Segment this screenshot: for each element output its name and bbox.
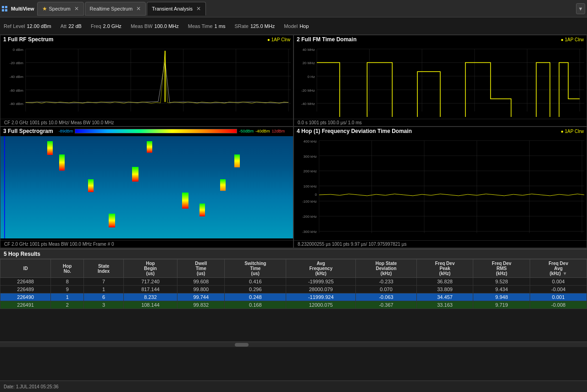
info-bar: Ref Level 12.00 dBm Att 22 dB Freq 2.0 G…	[0, 17, 587, 35]
svg-text:-60 dBm: -60 dBm	[10, 88, 23, 93]
tab-dropdown-button[interactable]: ▼	[576, 3, 585, 14]
table-row[interactable]: 226490168.23299.7440.248-11999.924-0.063…	[0, 293, 587, 301]
table-row[interactable]: 22648887717.24099.6080.416-19999.925-0.2…	[0, 278, 587, 286]
freq-item: Freq 2.0 GHz	[91, 23, 122, 29]
col-switching-time[interactable]: SwitchingTime(us)	[225, 259, 286, 278]
svg-text:-200 kHz: -200 kHz	[302, 215, 317, 219]
spectrogram-chart[interactable]	[0, 136, 293, 238]
freq-label: Freq	[91, 23, 101, 29]
srate-item: SRate 125.0 MHz	[234, 23, 275, 29]
panel-rf-spectrum-title: 1 Full RF Spectrum	[3, 36, 53, 43]
rf-spectrum-chart[interactable]: 0 dBm -20 dBm -40 dBm -60 dBm -80 dBm	[0, 44, 293, 117]
hop-burst	[59, 155, 65, 171]
results-table-wrapper[interactable]: ID HopNo. StateIndex HopBegin(us) DwellT…	[0, 259, 587, 342]
hop-burst	[47, 141, 53, 155]
svg-text:-300 kHz: -300 kHz	[302, 230, 317, 234]
main-grid: 1 Full RF Spectrum ● 1AP Clrw 0 dBm	[0, 35, 587, 248]
brand-label: MultiView	[11, 6, 34, 11]
time-marker	[4, 136, 5, 238]
tab-realtime-label: Realtime Spectrum	[90, 6, 133, 11]
meas-time-label: Meas Time	[188, 23, 213, 29]
svg-text:100 kHz: 100 kHz	[304, 185, 317, 189]
tab-spectrum[interactable]: ★ Spectrum ✕	[37, 2, 84, 16]
model-value: Hop	[299, 23, 309, 29]
table-row[interactable]: 22648991817.14499.8000.29628000.0790.070…	[0, 286, 587, 293]
panel-fm-time-footer-text: 0.0 s 1001 pts 100.0 µs/ 1.0 ms	[298, 120, 362, 125]
svg-text:300 kHz: 300 kHz	[304, 155, 317, 159]
model-label: Model	[284, 23, 298, 29]
hop-burst	[88, 179, 94, 192]
panel-spectrogram: 3 Full Spectrogram -89dBm -50dBm -40dBm …	[0, 127, 294, 248]
tab-bar: MultiView ★ Spectrum ✕ Realtime Spectrum…	[0, 0, 587, 17]
hop-burst	[147, 141, 152, 153]
meas-bw-item: Meas BW 100.0 MHz	[131, 23, 179, 29]
results-header: 5 Hop Results	[0, 249, 587, 259]
fm-time-chart[interactable]: 40 MHz 20 MHz 0 Hz -20 MHz -40 MHz	[294, 44, 587, 117]
meas-bw-label: Meas BW	[131, 23, 153, 29]
panel-fm-time-title: 2 Full FM Time Domain	[297, 36, 356, 43]
col-freq-dev-avg[interactable]: Freq DevAvg(kHz)▼	[530, 259, 587, 278]
tab-spectrum-label: Spectrum	[49, 6, 71, 11]
col-freq-dev-peak[interactable]: Freq DevPeak(kHz)	[416, 259, 473, 278]
panel-hop-freq-footer: 8.232000255 µs 1001 pts 9.97 µs/ 107.975…	[294, 240, 587, 248]
svg-text:400 kHz: 400 kHz	[304, 139, 317, 144]
brand: MultiView	[2, 6, 34, 11]
date-label: Date: 1.JUL.2014 05:25:36	[4, 384, 59, 389]
col-hop-state-dev[interactable]: Hop StateDeviation(kHz)	[356, 259, 416, 278]
col-hop-begin[interactable]: HopBegin(us)	[124, 259, 177, 278]
att-label: Att	[61, 23, 66, 29]
table-row[interactable]: 22649123108.14499.8320.16812000.075-0.36…	[0, 301, 587, 309]
horizontal-scrollbar[interactable]	[0, 342, 587, 347]
svg-text:-80 dBm: -80 dBm	[10, 102, 23, 106]
svg-text:-40 dBm: -40 dBm	[10, 75, 23, 79]
tab-transient[interactable]: Transient Analysis ✕	[147, 2, 206, 16]
hop-burst	[132, 167, 138, 182]
svg-text:0 dBm: 0 dBm	[13, 48, 23, 52]
star-icon: ★	[42, 6, 47, 12]
panel-fm-time-footer: 0.0 s 1001 pts 100.0 µs/ 1.0 ms	[294, 119, 587, 126]
hop-burst	[220, 179, 226, 191]
ref-level-item: Ref Level 12.00 dBm	[4, 23, 51, 29]
tab-realtime[interactable]: Realtime Spectrum ✕	[85, 2, 146, 16]
colorbar-min-label: -89dBm	[59, 129, 73, 133]
scrollbar-thumb[interactable]	[235, 343, 249, 347]
results-section: 5 Hop Results ID HopNo. StateIndex HopBe…	[0, 248, 587, 347]
svg-text:20 MHz: 20 MHz	[302, 61, 315, 65]
col-avg-freq[interactable]: AvgFrequency(kHz)	[286, 259, 356, 278]
panel-rf-spectrum-badge: ● 1AP Clrw	[267, 37, 290, 42]
panel-hop-freq-badge: ● 1AP Clrw	[561, 129, 584, 134]
col-dwell-time[interactable]: DwellTime(us)	[177, 259, 225, 278]
panel-hop-freq-header: 4 Hop (1) Frequency Deviation Time Domai…	[294, 127, 587, 135]
svg-text:-40 MHz: -40 MHz	[301, 102, 315, 106]
colorbar-mid1-label: -50dBm	[239, 129, 254, 133]
colorbar-gradient	[75, 129, 237, 133]
panel-spectrogram-title: 3 Full Spectrogram	[3, 128, 53, 134]
close-realtime-icon[interactable]: ✕	[136, 6, 141, 12]
col-id[interactable]: ID	[0, 259, 51, 278]
col-freq-dev-rms[interactable]: Freq DevRMS(kHz)	[473, 259, 530, 278]
panel-hop-freq-title: 4 Hop (1) Frequency Deviation Time Domai…	[297, 128, 412, 134]
col-hop-no[interactable]: HopNo.	[51, 259, 84, 278]
svg-text:40 MHz: 40 MHz	[302, 48, 315, 52]
hop-burst	[234, 155, 240, 167]
srate-value: 125.0 MHz	[250, 23, 275, 29]
col-state-index[interactable]: StateIndex	[84, 259, 124, 278]
ref-level-value: 12.00 dBm	[27, 23, 51, 29]
status-bar: Date: 1.JUL.2014 05:25:36	[0, 381, 587, 392]
svg-text:-20 MHz: -20 MHz	[301, 88, 315, 93]
close-transient-icon[interactable]: ✕	[196, 6, 201, 12]
colorbar-mid2-label: -40dBm	[255, 129, 270, 133]
results-table: ID HopNo. StateIndex HopBegin(us) DwellT…	[0, 259, 587, 309]
tab-end: ▼	[576, 3, 585, 14]
panel-fm-time: 2 Full FM Time Domain ● 1AP Clrw 40 MHz …	[294, 35, 587, 127]
panel-fm-time-header: 2 Full FM Time Domain ● 1AP Clrw	[294, 35, 587, 44]
srate-label: SRate	[234, 23, 249, 29]
meas-time-item: Meas Time 1 ms	[188, 23, 226, 29]
panel-hop-freq: 4 Hop (1) Frequency Deviation Time Domai…	[294, 127, 587, 248]
freq-value: 2.0 GHz	[103, 23, 122, 29]
hop-freq-chart[interactable]: 400 kHz 300 kHz 200 kHz 100 kHz -100 kHz…	[294, 136, 587, 238]
close-spectrum-icon[interactable]: ✕	[74, 6, 79, 12]
hop-burst	[182, 193, 188, 209]
panel-spectrogram-header: 3 Full Spectrogram -89dBm -50dBm -40dBm …	[0, 127, 293, 135]
meas-time-value: 1 ms	[215, 23, 226, 29]
